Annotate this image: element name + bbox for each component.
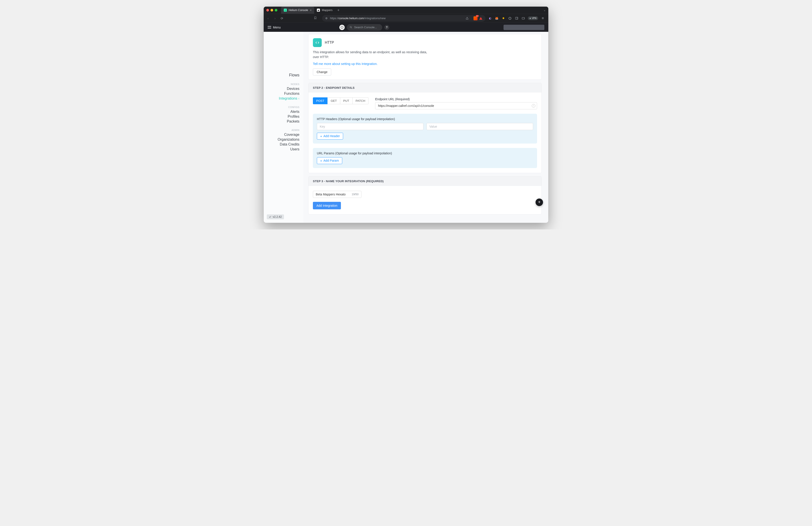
site-settings-icon[interactable]: ⚙	[325, 17, 328, 20]
help-button[interactable]: ?	[385, 25, 389, 30]
sidebar-section-nodes: NODES	[268, 83, 300, 85]
metamask-icon[interactable]: 🦊	[495, 16, 499, 20]
titlebar: ◎ Helium Console × ◆ Mappers + ⌄	[264, 6, 548, 14]
plus-icon: +	[320, 159, 322, 162]
compass-icon[interactable]	[339, 25, 345, 30]
window-minimize-button[interactable]	[271, 9, 273, 12]
tab-label: Helium Console	[289, 9, 308, 12]
browser-toolbar: ‹ › ⟳ ⚙ https://console.helium.com/integ…	[264, 14, 548, 23]
version-badge: v2.2.42	[267, 214, 284, 219]
menu-icon[interactable]: ≡	[541, 16, 545, 20]
favicon-helium-icon: ◎	[284, 9, 287, 12]
close-icon[interactable]: ×	[310, 9, 311, 12]
vpn-button[interactable]: VPN	[528, 16, 538, 20]
window-maximize-button[interactable]	[275, 9, 277, 12]
integration-name-input[interactable]: Beta Mappers Hexato 19/50	[313, 191, 361, 198]
http-headers-section: HTTP Headers (Optional usage for payload…	[313, 114, 537, 144]
tab-helium-console[interactable]: ◎ Helium Console ×	[281, 6, 314, 14]
share-icon[interactable]	[466, 17, 469, 20]
extensions-puzzle-icon[interactable]	[508, 16, 512, 20]
tab-mappers[interactable]: ◆ Mappers	[314, 6, 335, 14]
key-icon	[269, 215, 272, 218]
sidebar-item-data-credits[interactable]: Data Credits	[268, 142, 300, 147]
sidebar-item-coverage[interactable]: Coverage	[268, 132, 300, 137]
sidebar-item-flows[interactable]: Flows	[268, 72, 300, 78]
headers-label: HTTP Headers (Optional usage for payload…	[317, 117, 533, 121]
sidebar-section-admin: ADMIN	[268, 129, 300, 131]
menu-button[interactable]: Menu	[267, 26, 281, 29]
menu-label: Menu	[273, 26, 281, 29]
search-icon	[349, 26, 352, 29]
search-input[interactable]: Search Console...	[347, 24, 382, 31]
http-method-selector: POST GET PUT PATCH	[313, 97, 368, 104]
extension-icon[interactable]: ◐	[488, 16, 492, 20]
nav-forward-button[interactable]: ›	[273, 17, 277, 20]
info-icon[interactable]: i	[532, 104, 535, 108]
integration-title: HTTP	[325, 41, 334, 45]
endpoint-url-input[interactable]	[375, 102, 537, 109]
step2-header: STEP 2 - ENDPOINT DETAILS	[308, 83, 541, 93]
http-integration-icon	[313, 38, 322, 47]
integration-doc-link[interactable]: Tell me more about setting up this Integ…	[313, 62, 378, 66]
change-button[interactable]: Change	[313, 69, 331, 75]
method-post-button[interactable]: POST	[313, 97, 328, 104]
svg-point-6	[270, 217, 270, 217]
browser-extensions: ◐ 🦊 ✸ VPN ≡	[488, 16, 546, 20]
method-patch-button[interactable]: PATCH	[352, 97, 369, 104]
sidebar-item-functions[interactable]: Functions	[268, 91, 300, 96]
extension-icon[interactable]: ✸	[501, 16, 505, 20]
brave-rewards-icon[interactable]	[479, 17, 482, 20]
wallet-icon[interactable]	[521, 16, 525, 20]
svg-rect-0	[516, 17, 518, 19]
sidebar-item-devices[interactable]: Devices	[268, 86, 300, 91]
app-header: Menu Search Console... ?	[264, 23, 548, 32]
integration-intro-card: HTTP This integration allows for sending…	[308, 34, 542, 80]
params-label: URL Params (Optional usage for payload i…	[317, 152, 533, 155]
svg-point-4	[350, 26, 351, 28]
step2-card: STEP 2 - ENDPOINT DETAILS POST GET PUT P…	[308, 83, 542, 173]
sidebar-item-packets[interactable]: Packets	[268, 119, 300, 124]
integration-description: This integration allows for sending data…	[313, 50, 427, 60]
fab-add-button[interactable]: +	[536, 199, 543, 206]
user-pill[interactable]	[504, 25, 545, 30]
hamburger-icon	[267, 26, 271, 28]
method-get-button[interactable]: GET	[328, 97, 340, 104]
endpoint-url-label: Endpoint URL (Required)	[375, 97, 537, 101]
window-close-button[interactable]	[266, 9, 269, 12]
plus-icon: +	[320, 134, 322, 138]
bookmark-icon[interactable]	[313, 16, 318, 20]
sidebar: Flows NODES Devices Functions Integratio…	[264, 32, 303, 223]
method-put-button[interactable]: PUT	[340, 97, 352, 104]
add-param-button[interactable]: + Add Param	[317, 157, 342, 164]
url-params-section: URL Params (Optional usage for payload i…	[313, 148, 537, 168]
name-counter: 19/50	[352, 193, 359, 196]
step3-header: STEP 3 - NAME YOUR INTEGRATION (REQUIRED…	[308, 176, 541, 186]
brave-shield-icon[interactable]	[474, 16, 478, 20]
address-bar[interactable]: ⚙ https://console.helium.com/integration…	[322, 15, 485, 22]
chevron-down-icon[interactable]: ⌄	[543, 9, 546, 12]
sidebar-item-alerts[interactable]: Alerts	[268, 109, 300, 114]
add-integration-button[interactable]: Add Integration	[313, 202, 341, 209]
sidebar-section-configs: CONFIGS	[268, 106, 300, 109]
search-placeholder: Search Console...	[354, 26, 377, 29]
header-key-input[interactable]	[317, 123, 423, 130]
sidepanel-icon[interactable]	[514, 16, 519, 20]
reload-button[interactable]: ⟳	[280, 17, 284, 20]
step3-card: STEP 3 - NAME YOUR INTEGRATION (REQUIRED…	[308, 176, 542, 214]
sidebar-item-profiles[interactable]: Profiles	[268, 114, 300, 119]
url-text: https://console.helium.com/integrations/…	[330, 17, 386, 20]
sidebar-item-organizations[interactable]: Organizations	[268, 137, 300, 142]
new-tab-button[interactable]: +	[335, 8, 342, 12]
nav-back-button[interactable]: ‹	[266, 17, 270, 20]
sidebar-item-integrations[interactable]: Integrations	[268, 96, 300, 101]
name-value: Beta Mappers Hexato	[316, 193, 346, 196]
header-value-input[interactable]	[426, 123, 533, 130]
sidebar-item-users[interactable]: Users	[268, 147, 300, 152]
browser-window: ◎ Helium Console × ◆ Mappers + ⌄ ‹ › ⟳ ⚙…	[264, 6, 548, 223]
svg-line-5	[351, 28, 352, 28]
tab-label: Mappers	[322, 9, 333, 12]
content-area: HTTP This integration allows for sending…	[303, 32, 548, 223]
add-header-button[interactable]: + Add Header	[317, 133, 343, 140]
favicon-mappers-icon: ◆	[317, 9, 320, 12]
